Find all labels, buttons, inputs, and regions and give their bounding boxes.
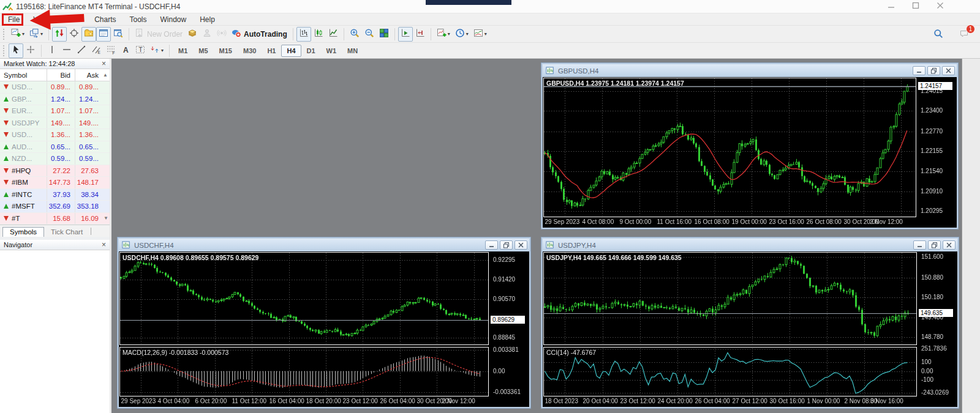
scroll-down-icon[interactable]: ▼ [104,215,108,221]
strategy-tester-button[interactable] [111,27,126,42]
chart-restore-button[interactable] [500,240,513,250]
toolbar-grip[interactable] [3,29,6,40]
text-label-button[interactable]: T [133,43,148,58]
market-watch-row-intc[interactable]: #INTC37.9338.34 [0,189,110,201]
notifications-icon[interactable]: 1 [958,28,970,40]
navigator-close-icon[interactable]: × [102,242,106,248]
bars-chart-button[interactable] [296,27,311,42]
market-watch-row-gbp[interactable]: GBP...1.24...1.24... [0,94,110,106]
price-tick: 0.90570 [493,296,515,302]
news-button[interactable] [214,27,229,42]
add-indicator-dropdown-caret[interactable]: ▾ [448,31,450,37]
arrows-button[interactable]: ▾ [148,43,166,58]
line-chart-button[interactable] [326,27,341,42]
terminal-button[interactable] [96,27,111,42]
market-watch-row-usd[interactable]: USD...0.89...0.89... [0,81,110,94]
chart-titlebar-usdjpy[interactable]: USDJPY,H4 [543,239,957,251]
chart-close-button[interactable] [514,240,527,250]
chart-restore-button[interactable] [928,240,941,250]
tab-tick-chart[interactable]: Tick Chart [44,228,89,237]
search-icon[interactable] [932,28,944,40]
timeframe-mn-button[interactable]: MN [342,45,363,57]
timeframe-m5-button[interactable]: M5 [193,45,213,57]
time-tick: 3 Nov 16:00 [870,398,903,404]
market-watch-row-hpq[interactable]: #HPQ27.2227.63 [0,165,110,177]
column-header-bid[interactable]: Bid [47,69,75,81]
autotrading-button[interactable]: AutoTrading [229,27,290,42]
new-chart-dropdown-caret[interactable]: ▾ [22,31,24,37]
market-watch-row-eur[interactable]: EUR...1.07...1.07... [0,105,110,117]
close-window-button[interactable] [936,1,944,10]
add-indicator-button[interactable]: ▾ [434,27,453,42]
arrows-dropdown-caret[interactable]: ▾ [161,48,164,53]
cursor-button[interactable] [9,43,23,58]
zoom-in-button[interactable] [347,27,362,42]
market-watch-close-icon[interactable]: × [102,61,106,67]
navigator-content[interactable] [0,250,110,413]
market-watch-row-ibm[interactable]: #IBM147.73148.17 [0,177,110,189]
timeframe-m30-button[interactable]: M30 [238,45,262,57]
symbol-label: EUR... [12,107,32,114]
chart-titlebar-usdchf[interactable]: USDCHF,H4 [119,239,529,251]
timeframe-m1-button[interactable]: M1 [173,45,193,57]
chart-close-button[interactable] [943,240,956,250]
timeframe-h4-button[interactable]: H4 [281,45,301,57]
chart-area-usdjpy[interactable]: USDJPY,H4 149.665 149.666 149.599 149.63… [543,251,957,407]
chart-titlebar-gbpusd[interactable]: GBPUSD,H4 [543,64,957,77]
timeframe-m15-button[interactable]: M15 [214,45,238,57]
trend-line-button[interactable] [74,43,89,58]
new-order-button[interactable]: New Order [132,27,185,42]
time-tick: 26 Oct 04:00 [380,398,415,404]
expert-advisors-button[interactable] [185,27,200,42]
column-header-ask[interactable]: Ask [75,69,103,81]
chart-shift-button[interactable] [413,27,428,42]
timeframe-d1-button[interactable]: D1 [301,45,321,57]
auto-scroll-button[interactable] [398,27,413,42]
templates-button[interactable]: ▾ [471,27,489,42]
price-tick: 150.180 [921,294,943,300]
chart-restore-button[interactable] [927,66,940,75]
chart-window-gbpusd: GBPUSD,H4GBPUSD,H4 1.23975 1.24181 1.239… [541,63,958,229]
menu-item-tools[interactable]: Tools [123,14,154,25]
market-watch-row-usd[interactable]: USD...1.36...1.36... [0,129,110,141]
periods-button[interactable]: ▾ [453,27,471,42]
chart-minimize-button[interactable] [913,240,926,250]
timeframe-h1-button[interactable]: H1 [262,45,281,57]
market-watch-row-aud[interactable]: AUD...0.65...0.65... [0,141,110,154]
text-button[interactable]: A [118,43,133,58]
market-watch-row-msft[interactable]: #MSFT352.69353.18 [0,201,110,213]
templates-dropdown-caret[interactable]: ▾ [484,31,487,37]
profiles-dropdown-caret[interactable]: ▾ [40,31,43,37]
vertical-line-button[interactable] [45,43,59,58]
tab-symbols[interactable]: Symbols [2,227,44,237]
zoom-out-button[interactable] [362,27,377,42]
market-watch-row-t[interactable]: #T15.6816.09▼ [0,213,110,225]
chart-minimize-button[interactable] [485,240,498,250]
chart-area-gbpusd[interactable]: GBPUSD,H4 1.23975 1.24181 1.23974 1.2415… [543,77,957,228]
menu-item-help[interactable]: Help [193,14,222,25]
scroll-up-icon[interactable]: ▲ [103,72,108,78]
periods-dropdown-caret[interactable]: ▾ [466,31,469,37]
candlestick-chart-button[interactable] [311,27,326,42]
market-watch-row-usdjpy[interactable]: USDJPY149....149.... [0,117,110,130]
chart-minimize-button[interactable] [913,66,925,75]
bid-value: 1.24... [47,94,75,105]
menu-item-window[interactable]: Window [154,14,194,25]
maximize-window-button[interactable] [911,1,920,10]
timeframe-w1-button[interactable]: W1 [321,45,342,57]
horizontal-line-button[interactable] [59,43,74,58]
minimize-window-button[interactable] [887,1,895,10]
toolbar-grip[interactable] [3,45,6,56]
chart-shift-icon [415,28,425,40]
chart-area-usdchf[interactable]: USDCHF,H4 0.89608 0.89655 0.89575 0.8962… [119,251,529,407]
new-chart-button[interactable]: ▾ [9,27,27,42]
equidistant-channel-button[interactable]: E [89,43,104,58]
tile-windows-button[interactable] [377,27,391,42]
metaeditor-button[interactable] [200,27,214,42]
market-watch-row-nzd[interactable]: NZD...0.59...0.59... [0,153,110,165]
menu-item-charts[interactable]: Charts [88,14,123,25]
fibonacci-button[interactable]: F [104,43,118,58]
column-header-symbol[interactable]: Symbol [0,72,47,79]
crosshair-button[interactable] [23,43,38,58]
chart-close-button[interactable] [942,66,955,75]
